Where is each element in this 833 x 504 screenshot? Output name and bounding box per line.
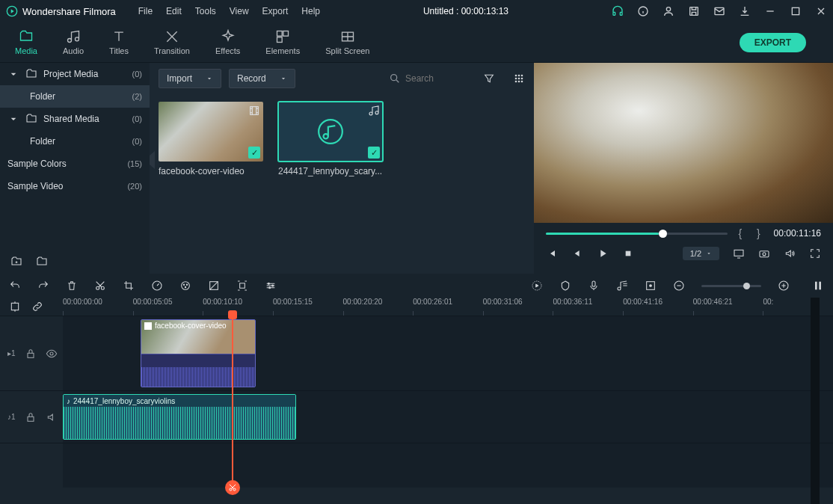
chevron-down-icon	[7, 113, 19, 125]
svg-point-33	[186, 284, 187, 285]
speed-icon[interactable]	[151, 280, 163, 292]
svg-point-34	[185, 286, 185, 287]
music-icon	[368, 105, 380, 117]
user-icon[interactable]	[663, 5, 674, 17]
media-item-audio[interactable]: ✓ 244417_lennyboy_scary...	[278, 102, 383, 176]
preview-viewport[interactable]	[534, 63, 833, 223]
tab-split-screen[interactable]: Split Screen	[319, 26, 375, 58]
volume-icon[interactable]	[784, 248, 796, 259]
cut-icon[interactable]	[94, 280, 106, 292]
download-icon[interactable]	[739, 5, 751, 17]
svg-point-20	[518, 81, 520, 83]
menu-view[interactable]: View	[230, 6, 249, 16]
record-dropdown[interactable]: Record	[229, 69, 295, 88]
playhead[interactable]	[232, 316, 233, 488]
audio-track: ♪1 ♪244417_lennyboy_scaryviolins	[0, 390, 833, 443]
menu-edit[interactable]: Edit	[166, 6, 182, 16]
scrub-slider[interactable]	[546, 233, 728, 235]
play-button[interactable]	[597, 248, 609, 259]
svg-point-17	[518, 78, 520, 80]
music-note-icon	[316, 117, 345, 146]
zoom-in-icon[interactable]	[778, 280, 790, 292]
sidebar-item-folder[interactable]: Folder (2)	[0, 85, 150, 108]
mail-icon[interactable]	[713, 5, 725, 17]
sidebar-item-sample-video[interactable]: Sample Video (20)	[0, 175, 150, 197]
fullscreen-icon[interactable]	[809, 248, 821, 259]
search-box[interactable]	[389, 73, 465, 84]
marker-icon[interactable]	[559, 280, 571, 292]
render-icon[interactable]	[531, 280, 543, 292]
headphones-icon[interactable]	[612, 5, 624, 17]
media-item-video[interactable]: ✓ facebook-cover-video	[159, 102, 263, 176]
folder-icon	[25, 113, 37, 125]
menu-file[interactable]: File	[138, 6, 153, 16]
step-back-button[interactable]	[571, 248, 583, 259]
link-icon[interactable]	[31, 301, 43, 313]
prev-frame-button[interactable]	[546, 248, 558, 259]
eye-icon[interactable]	[46, 348, 58, 360]
maximize-icon[interactable]	[790, 5, 802, 17]
new-folder-icon[interactable]	[10, 256, 22, 268]
sidebar-item-folder-shared[interactable]: Folder (0)	[0, 130, 150, 153]
zoom-fit-icon[interactable]	[812, 280, 824, 292]
sidebar-item-shared-media[interactable]: Shared Media (0)	[0, 108, 150, 130]
menu-help[interactable]: Help	[301, 6, 320, 16]
svg-rect-25	[734, 250, 743, 256]
chevron-down-icon	[280, 75, 287, 82]
tab-audio[interactable]: Audio	[57, 26, 90, 58]
save-icon[interactable]	[688, 5, 700, 17]
import-dropdown[interactable]: Import	[159, 69, 221, 88]
sidebar-item-sample-colors[interactable]: Sample Colors (15)	[0, 153, 150, 175]
preview-panel: { } 00:00:11:16 1/2	[534, 63, 833, 274]
folder-icon[interactable]	[36, 256, 48, 268]
svg-rect-1	[613, 12, 615, 15]
lock-icon[interactable]	[25, 411, 37, 423]
lock-icon[interactable]	[25, 348, 37, 360]
stop-button[interactable]	[622, 248, 634, 259]
mic-icon[interactable]	[588, 280, 600, 292]
speaker-icon[interactable]	[46, 411, 58, 423]
delete-icon[interactable]	[66, 280, 78, 292]
detach-icon[interactable]	[236, 280, 248, 292]
search-input[interactable]	[405, 73, 465, 84]
snapshot-icon[interactable]	[758, 248, 770, 259]
info-icon[interactable]	[637, 5, 649, 17]
menu-tools[interactable]: Tools	[195, 6, 216, 16]
timeline-ruler[interactable]: 00:00:00:00 00:00:05:05 00:00:10:10 00:0…	[0, 298, 833, 316]
undo-icon[interactable]	[9, 280, 21, 292]
grid-view-icon[interactable]	[513, 73, 525, 84]
video-track-body[interactable]: facebook-cover-video	[63, 316, 833, 390]
menu-export[interactable]: Export	[262, 6, 289, 16]
playback-speed[interactable]: 1/2	[683, 247, 719, 260]
tab-effects[interactable]: Effects	[209, 26, 246, 58]
tab-transition[interactable]: Transition	[148, 26, 196, 58]
tab-media[interactable]: Media	[9, 26, 43, 58]
crop-icon[interactable]	[123, 280, 135, 292]
sidebar-item-project-media[interactable]: Project Media (0)	[0, 63, 150, 85]
video-clip[interactable]: facebook-cover-video	[141, 319, 256, 387]
audio-track-body[interactable]: ♪244417_lennyboy_scaryviolins	[63, 391, 833, 443]
zoom-slider[interactable]	[701, 285, 761, 287]
green-screen-icon[interactable]	[208, 280, 220, 292]
display-icon[interactable]	[733, 248, 745, 259]
filter-icon[interactable]	[483, 73, 495, 84]
svg-rect-9	[283, 31, 289, 37]
close-icon[interactable]	[815, 5, 827, 17]
settings-icon[interactable]	[265, 280, 277, 292]
export-button[interactable]: EXPORT	[740, 33, 806, 52]
redo-icon[interactable]	[37, 280, 49, 292]
keyframe-icon[interactable]	[645, 280, 657, 292]
mixer-icon[interactable]	[616, 280, 628, 292]
in-out-brackets[interactable]: { }	[738, 227, 763, 239]
minimize-icon[interactable]	[764, 5, 776, 17]
snap-icon[interactable]	[9, 301, 21, 313]
tab-elements[interactable]: Elements	[259, 26, 306, 58]
zoom-out-icon[interactable]	[673, 280, 685, 292]
color-icon[interactable]	[179, 280, 191, 292]
logo-icon	[6, 5, 18, 17]
mode-toolbar: Media Audio Titles Transition Effects El…	[0, 22, 833, 63]
empty-track[interactable]	[0, 443, 833, 488]
cut-handle-icon[interactable]	[225, 480, 240, 495]
audio-clip[interactable]: ♪244417_lennyboy_scaryviolins	[63, 394, 296, 440]
tab-titles[interactable]: Titles	[103, 26, 135, 58]
